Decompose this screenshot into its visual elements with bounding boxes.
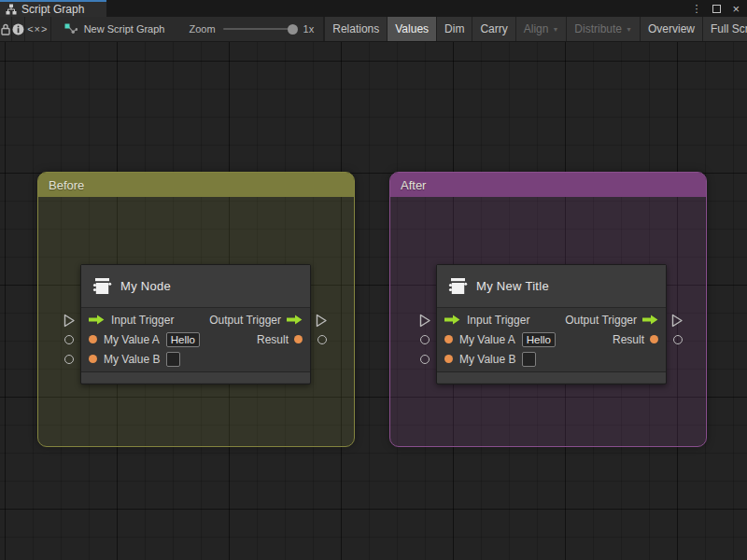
value-output-port-outline-icon[interactable]: [673, 335, 683, 344]
tab-title: Script Graph: [21, 3, 84, 16]
graph-reference[interactable]: New Script Graph: [51, 17, 175, 41]
lock-button[interactable]: [0, 17, 12, 41]
value-input-port-outline-icon[interactable]: [420, 335, 430, 344]
code-preview-button[interactable]: <×>: [25, 17, 51, 41]
toggle-dim[interactable]: Dim: [436, 17, 472, 41]
port-label: Output Trigger: [209, 314, 281, 327]
node-row: Input Trigger Output Trigger: [81, 310, 310, 329]
node-row: My Value B: [437, 349, 666, 369]
flow-arrow-icon[interactable]: [287, 315, 303, 325]
value-input-port-outline-icon[interactable]: [420, 355, 430, 364]
node-row: My Value A Hello Result: [81, 329, 310, 349]
graph-tree-icon: [6, 4, 17, 15]
graph-name: New Script Graph: [84, 23, 165, 35]
port-label: My Value A: [104, 333, 160, 346]
node-ports: Input Trigger Output Trigger My Value A …: [81, 308, 310, 371]
flow-arrow-icon[interactable]: [642, 315, 658, 325]
tab-bar: Script Graph ⋮ ×: [0, 0, 747, 17]
port-label: Input Trigger: [111, 314, 174, 327]
group-header[interactable]: After: [390, 173, 706, 197]
graph-icon: [64, 23, 78, 35]
value-input-field[interactable]: Hello: [166, 332, 200, 347]
toggle-values[interactable]: Values: [387, 17, 436, 41]
node-my-new-title[interactable]: My New Title Input Trigger Output Trigge…: [436, 264, 667, 385]
node-footer: [81, 371, 310, 383]
group-label: Before: [49, 178, 84, 192]
node-title: My New Title: [476, 279, 549, 293]
kebab-menu-icon[interactable]: ⋮: [691, 3, 701, 15]
graph-canvas[interactable]: Before After: [0, 42, 747, 560]
value-dot-icon[interactable]: [444, 355, 453, 363]
window-controls: ⋮ ×: [691, 0, 747, 17]
node-footer: [437, 371, 666, 383]
zoom-value: 1x: [303, 23, 315, 35]
value-dot-icon[interactable]: [444, 335, 453, 343]
code-icon: <×>: [27, 23, 48, 35]
toggle-carry[interactable]: Carry: [472, 17, 514, 41]
info-icon: [12, 23, 24, 35]
group-label: After: [401, 178, 426, 192]
flow-output-port-outline-icon[interactable]: [671, 314, 684, 328]
value-dot-icon[interactable]: [650, 335, 658, 343]
chevron-down-icon: ▼: [552, 26, 558, 33]
flow-input-port-outline-icon[interactable]: [63, 314, 76, 328]
close-icon[interactable]: ×: [732, 5, 740, 13]
value-dot-icon[interactable]: [89, 335, 97, 343]
toggle-relations[interactable]: Relations: [324, 17, 387, 41]
port-label: My Value A: [459, 333, 515, 346]
unit-icon: [92, 276, 112, 296]
unit-icon: [447, 276, 468, 296]
value-input-port-outline-icon[interactable]: [64, 335, 74, 344]
node-header[interactable]: My Node: [81, 265, 310, 308]
value-input-field[interactable]: [522, 352, 536, 367]
value-dot-icon[interactable]: [89, 355, 97, 363]
distribute-dropdown[interactable]: Distribute ▼: [566, 17, 640, 41]
zoom-slider-handle[interactable]: [288, 24, 298, 35]
zoom-slider[interactable]: [223, 28, 296, 30]
graph-toolbar: <×> New Script Graph Zoom 1x Relations V…: [0, 17, 747, 42]
node-header[interactable]: My New Title: [437, 265, 666, 308]
zoom-label: Zoom: [189, 23, 215, 35]
inspect-button[interactable]: [12, 17, 25, 41]
node-ports: Input Trigger Output Trigger My Value A …: [437, 308, 666, 371]
value-input-field[interactable]: Hello: [522, 332, 556, 347]
port-label: Result: [613, 333, 644, 346]
toggle-overview[interactable]: Overview: [640, 17, 702, 41]
flow-arrow-icon[interactable]: [444, 315, 460, 325]
flow-arrow-icon[interactable]: [89, 315, 105, 325]
value-output-port-outline-icon[interactable]: [317, 335, 327, 344]
zoom-control: Zoom 1x: [174, 17, 324, 41]
node-row: My Value A Hello Result: [437, 329, 666, 349]
script-graph-window: Script Graph ⋮ × <×>: [0, 0, 747, 560]
value-dot-icon[interactable]: [294, 335, 303, 343]
toolbar-toggles: Relations Values Dim Carry Align ▼ Distr…: [324, 17, 747, 41]
node-row: My Value B: [81, 349, 310, 369]
node-my-node[interactable]: My Node Input Trigger Output Trigger: [80, 264, 311, 385]
port-label: Result: [257, 333, 289, 346]
chevron-down-icon: ▼: [626, 26, 632, 33]
value-input-field[interactable]: [166, 352, 180, 367]
align-dropdown[interactable]: Align ▼: [515, 17, 567, 41]
node-title: My Node: [120, 279, 171, 293]
flow-output-port-outline-icon[interactable]: [316, 314, 328, 328]
lock-icon: [0, 23, 11, 35]
node-row: Input Trigger Output Trigger: [437, 310, 666, 329]
flow-input-port-outline-icon[interactable]: [419, 314, 431, 328]
toggle-fullscreen[interactable]: Full Scr: [702, 17, 747, 41]
group-header[interactable]: Before: [38, 173, 354, 197]
port-label: Input Trigger: [467, 314, 529, 327]
port-label: My Value B: [459, 353, 515, 366]
maximize-icon[interactable]: [712, 5, 721, 13]
tab-script-graph[interactable]: Script Graph: [0, 0, 106, 17]
port-label: Output Trigger: [565, 314, 637, 327]
value-input-port-outline-icon[interactable]: [64, 355, 74, 364]
port-label: My Value B: [104, 353, 160, 366]
